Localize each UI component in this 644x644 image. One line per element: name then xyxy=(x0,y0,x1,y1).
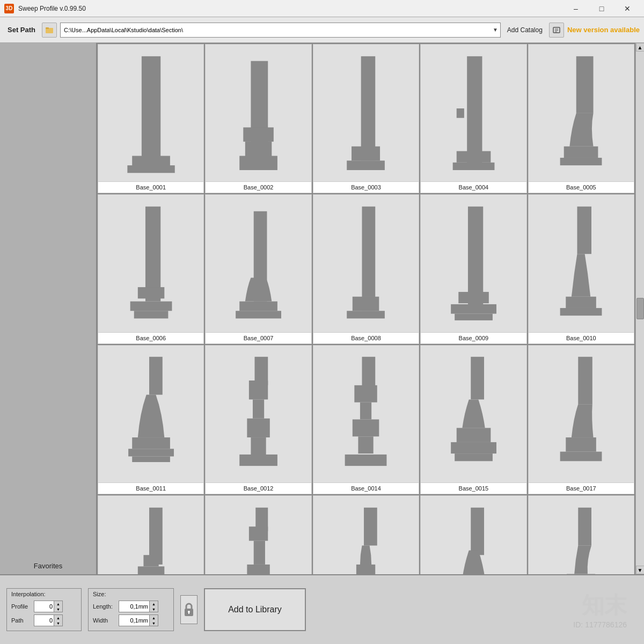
svg-rect-64 xyxy=(143,555,158,566)
width-spinner[interactable]: ▲ ▼ xyxy=(119,614,158,626)
path-combobox[interactable]: C:\Use...AppData\Local\Kstudio\data\Sect… xyxy=(60,23,501,38)
length-spin-arrows[interactable]: ▲ ▼ xyxy=(149,601,158,612)
interpolation-group: Interpolation: Profile ▲ ▼ Path ▲ ▼ xyxy=(6,588,82,631)
path-label: Path xyxy=(11,617,31,624)
width-label: Width xyxy=(93,617,115,624)
path-spin-up[interactable]: ▲ xyxy=(54,615,62,620)
list-item[interactable]: Base_0019 xyxy=(205,495,311,574)
profile-spinner[interactable]: ▲ ▼ xyxy=(34,601,63,612)
profile-spin-down[interactable]: ▼ xyxy=(54,606,62,612)
length-spin-up[interactable]: ▲ xyxy=(149,601,158,606)
item-preview xyxy=(421,45,526,181)
combobox-arrow-icon: ▼ xyxy=(493,27,498,33)
profile-input[interactable] xyxy=(34,601,54,612)
watermark-text: 知末 xyxy=(582,590,627,620)
svg-rect-43 xyxy=(132,457,170,463)
scrollbar[interactable]: ▲ ▼ xyxy=(635,43,644,574)
item-preview xyxy=(529,496,634,574)
length-spinner[interactable]: ▲ ▼ xyxy=(119,601,158,612)
set-path-button[interactable]: Set Path xyxy=(4,24,39,36)
list-item[interactable]: Base_0020 xyxy=(313,495,419,574)
length-input[interactable] xyxy=(119,601,149,612)
item-preview xyxy=(529,45,634,181)
minimize-button[interactable]: – xyxy=(564,0,588,17)
svg-rect-12 xyxy=(245,142,272,159)
svg-rect-55 xyxy=(345,455,387,466)
item-label: Base_0011 xyxy=(98,482,203,494)
svg-rect-62 xyxy=(560,452,602,462)
lock-button[interactable] xyxy=(180,595,197,624)
list-item[interactable]: Base_0015 xyxy=(420,345,526,494)
width-spin-arrows[interactable]: ▲ ▼ xyxy=(149,615,158,626)
svg-rect-50 xyxy=(362,357,376,390)
close-button[interactable]: ✕ xyxy=(615,0,640,17)
list-item[interactable]: Base_0009 xyxy=(420,194,526,343)
scroll-down-arrow[interactable]: ▼ xyxy=(636,566,645,574)
set-path-icon-button[interactable] xyxy=(42,23,57,38)
add-catalog-button[interactable]: Add Catalog xyxy=(504,24,546,36)
item-preview xyxy=(98,496,203,574)
svg-rect-47 xyxy=(247,419,269,437)
width-spin-down[interactable]: ▼ xyxy=(149,620,158,626)
path-input[interactable] xyxy=(34,615,54,626)
list-item[interactable]: Base_0017 xyxy=(528,345,634,494)
list-item[interactable]: Base_0021 xyxy=(420,495,526,574)
width-spin-up[interactable]: ▲ xyxy=(149,615,158,620)
svg-rect-37 xyxy=(577,207,592,254)
add-to-library-button[interactable]: Add to Library xyxy=(204,588,306,631)
length-spin-down[interactable]: ▼ xyxy=(149,606,158,612)
scroll-thumb[interactable] xyxy=(636,298,644,319)
svg-rect-58 xyxy=(451,442,496,453)
item-preview xyxy=(313,346,419,482)
new-version-label[interactable]: New version available xyxy=(567,26,640,34)
item-label: Base_0012 xyxy=(206,482,311,494)
profile-spin-up[interactable]: ▲ xyxy=(54,601,62,606)
svg-rect-24 xyxy=(137,287,164,298)
profile-spin-arrows[interactable]: ▲ ▼ xyxy=(54,601,62,612)
item-preview xyxy=(206,45,311,181)
svg-rect-69 xyxy=(249,526,268,541)
item-preview xyxy=(421,496,526,574)
watermark-id: ID: 1177786126 xyxy=(573,620,627,629)
size-label: Size: xyxy=(93,591,169,597)
item-preview xyxy=(206,346,311,482)
app-title: Sweep Profile v.0.99.50 xyxy=(18,5,564,12)
svg-rect-56 xyxy=(471,357,484,400)
scroll-up-arrow[interactable]: ▲ xyxy=(636,43,645,52)
item-label: Base_0001 xyxy=(98,181,203,193)
list-item[interactable]: Base_0005 xyxy=(528,44,634,193)
list-item[interactable]: base_0018 xyxy=(98,495,204,574)
list-item[interactable]: Base_0012 xyxy=(205,345,311,494)
list-item[interactable]: Base_0006 xyxy=(98,194,204,343)
item-label: Base_0002 xyxy=(206,181,311,193)
path-spinner[interactable]: ▲ ▼ xyxy=(34,614,63,626)
add-catalog-icon-button[interactable] xyxy=(549,23,564,38)
path-spin-down[interactable]: ▼ xyxy=(54,620,62,626)
item-label: Base_0007 xyxy=(206,332,311,343)
list-item[interactable]: Base_0014 xyxy=(313,345,419,494)
item-preview xyxy=(206,496,311,574)
size-group: Size: Length: ▲ ▼ Width ▲ ▼ xyxy=(88,588,174,631)
main-layout: Favorites Base_0001 Base_0002 Base_0003 … xyxy=(0,43,644,574)
title-bar: 3D Sweep Profile v.0.99.50 – □ ✕ xyxy=(0,0,644,17)
list-item[interactable]: Base_0001 xyxy=(98,44,204,193)
list-item[interactable]: Base_0022 xyxy=(528,495,634,574)
path-spin-arrows[interactable]: ▲ ▼ xyxy=(54,615,62,626)
list-item[interactable]: Base_0007 xyxy=(205,194,311,343)
list-item[interactable]: Base_0010 xyxy=(528,194,634,343)
svg-rect-71 xyxy=(247,565,269,574)
width-input[interactable] xyxy=(119,615,149,626)
maximize-button[interactable]: □ xyxy=(589,0,614,17)
svg-rect-16 xyxy=(467,56,482,165)
width-row: Width ▲ ▼ xyxy=(93,614,169,626)
item-label: Base_0017 xyxy=(529,482,634,494)
item-preview xyxy=(313,195,419,332)
svg-rect-32 xyxy=(347,311,385,318)
list-item[interactable]: Base_0008 xyxy=(313,194,419,343)
list-item[interactable]: Base_0003 xyxy=(313,44,419,193)
list-item[interactable]: Base_0002 xyxy=(205,44,311,193)
list-item[interactable]: Base_0004 xyxy=(420,44,526,193)
item-label: Base_0005 xyxy=(529,181,634,193)
list-item[interactable]: Base_0011 xyxy=(98,345,204,494)
length-label: Length: xyxy=(93,603,115,610)
